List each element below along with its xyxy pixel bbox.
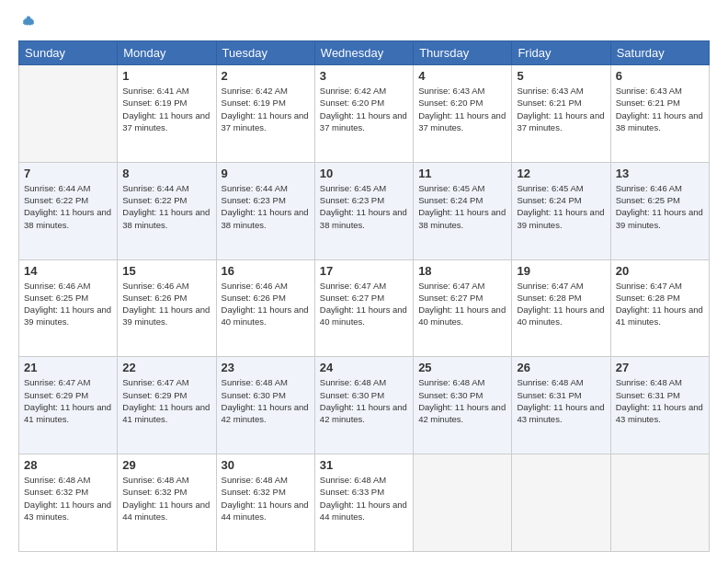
weekday-header: Tuesday [216,41,314,65]
calendar-cell: 12Sunrise: 6:45 AMSunset: 6:24 PMDayligh… [512,162,610,259]
calendar-cell: 27Sunrise: 6:48 AMSunset: 6:31 PMDayligh… [610,357,709,454]
day-number: 14 [24,264,112,278]
calendar-cell: 21Sunrise: 6:47 AMSunset: 6:29 PMDayligh… [19,357,118,454]
day-info: Sunrise: 6:46 AMSunset: 6:26 PMDaylight:… [122,280,210,328]
calendar-week-row: 28Sunrise: 6:48 AMSunset: 6:32 PMDayligh… [19,454,710,552]
day-info: Sunrise: 6:44 AMSunset: 6:23 PMDaylight:… [222,182,310,231]
day-number: 3 [320,69,408,83]
calendar-cell: 13Sunrise: 6:46 AMSunset: 6:25 PMDayligh… [610,162,709,259]
calendar-cell: 31Sunrise: 6:48 AMSunset: 6:33 PMDayligh… [314,454,413,552]
day-number: 25 [418,361,506,374]
day-info: Sunrise: 6:47 AMSunset: 6:29 PMDaylight:… [122,376,210,425]
day-info: Sunrise: 6:46 AMSunset: 6:25 PMDaylight:… [24,280,112,328]
day-info: Sunrise: 6:45 AMSunset: 6:24 PMDaylight:… [418,182,506,231]
day-number: 29 [122,458,210,472]
day-number: 7 [24,167,112,180]
day-info: Sunrise: 6:45 AMSunset: 6:24 PMDaylight:… [517,182,605,231]
day-number: 21 [24,361,112,374]
day-info: Sunrise: 6:48 AMSunset: 6:30 PMDaylight:… [222,376,310,425]
calendar-cell: 30Sunrise: 6:48 AMSunset: 6:32 PMDayligh… [216,454,314,552]
day-info: Sunrise: 6:43 AMSunset: 6:21 PMDaylight:… [616,85,704,133]
day-number: 9 [222,167,310,180]
calendar-cell [610,454,709,552]
day-info: Sunrise: 6:41 AMSunset: 6:19 PMDaylight:… [122,85,210,133]
calendar-cell: 9Sunrise: 6:44 AMSunset: 6:23 PMDaylight… [216,162,314,259]
day-info: Sunrise: 6:42 AMSunset: 6:19 PMDaylight:… [222,85,310,133]
day-info: Sunrise: 6:44 AMSunset: 6:22 PMDaylight:… [24,182,112,231]
day-info: Sunrise: 6:43 AMSunset: 6:21 PMDaylight:… [517,85,605,133]
day-info: Sunrise: 6:48 AMSunset: 6:32 PMDaylight:… [122,474,210,523]
day-number: 17 [320,264,408,278]
calendar-cell: 18Sunrise: 6:47 AMSunset: 6:27 PMDayligh… [414,259,512,357]
page: SundayMondayTuesdayWednesdayThursdayFrid… [0,0,728,563]
day-info: Sunrise: 6:42 AMSunset: 6:20 PMDaylight:… [320,85,408,133]
day-number: 5 [517,69,605,83]
day-number: 11 [418,167,506,180]
logo-bird-icon [20,15,37,31]
day-info: Sunrise: 6:48 AMSunset: 6:32 PMDaylight:… [222,474,310,523]
calendar-cell: 2Sunrise: 6:42 AMSunset: 6:19 PMDaylight… [216,65,314,163]
calendar-cell: 6Sunrise: 6:43 AMSunset: 6:21 PMDaylight… [610,65,709,163]
calendar-cell [414,454,512,552]
calendar-cell: 15Sunrise: 6:46 AMSunset: 6:26 PMDayligh… [118,259,216,357]
day-info: Sunrise: 6:48 AMSunset: 6:30 PMDaylight:… [418,376,506,425]
day-number: 13 [616,167,704,180]
day-number: 12 [517,167,605,180]
calendar-body: 1Sunrise: 6:41 AMSunset: 6:19 PMDaylight… [19,65,710,552]
calendar-cell: 16Sunrise: 6:46 AMSunset: 6:26 PMDayligh… [216,259,314,357]
day-number: 22 [122,361,210,374]
day-number: 19 [517,264,605,278]
calendar-cell: 1Sunrise: 6:41 AMSunset: 6:19 PMDaylight… [118,65,216,163]
day-number: 18 [418,264,506,278]
day-info: Sunrise: 6:48 AMSunset: 6:31 PMDaylight:… [616,376,704,425]
day-info: Sunrise: 6:48 AMSunset: 6:30 PMDaylight:… [320,376,408,425]
weekday-header: Friday [512,41,610,65]
day-number: 24 [320,361,408,374]
calendar-week-row: 14Sunrise: 6:46 AMSunset: 6:25 PMDayligh… [19,259,710,357]
day-info: Sunrise: 6:46 AMSunset: 6:26 PMDaylight:… [222,280,310,328]
day-number: 27 [616,361,704,374]
day-number: 8 [122,167,210,180]
day-number: 15 [122,264,210,278]
weekday-header: Monday [118,41,216,65]
day-info: Sunrise: 6:47 AMSunset: 6:27 PMDaylight:… [418,280,506,328]
calendar-cell [19,65,118,163]
day-info: Sunrise: 6:47 AMSunset: 6:28 PMDaylight:… [616,280,704,328]
calendar-cell: 17Sunrise: 6:47 AMSunset: 6:27 PMDayligh… [314,259,413,357]
calendar-cell: 8Sunrise: 6:44 AMSunset: 6:22 PMDaylight… [118,162,216,259]
weekday-header: Wednesday [314,41,413,65]
calendar-cell: 20Sunrise: 6:47 AMSunset: 6:28 PMDayligh… [610,259,709,357]
day-info: Sunrise: 6:46 AMSunset: 6:25 PMDaylight:… [616,182,704,231]
weekday-header: Saturday [610,41,709,65]
calendar-cell: 19Sunrise: 6:47 AMSunset: 6:28 PMDayligh… [512,259,610,357]
calendar-cell: 3Sunrise: 6:42 AMSunset: 6:20 PMDaylight… [314,65,413,163]
day-info: Sunrise: 6:43 AMSunset: 6:20 PMDaylight:… [418,85,506,133]
logo [18,15,37,31]
calendar-cell: 10Sunrise: 6:45 AMSunset: 6:23 PMDayligh… [314,162,413,259]
calendar-table: SundayMondayTuesdayWednesdayThursdayFrid… [18,40,710,552]
day-number: 1 [122,69,210,83]
calendar-cell: 24Sunrise: 6:48 AMSunset: 6:30 PMDayligh… [314,357,413,454]
calendar-cell: 4Sunrise: 6:43 AMSunset: 6:20 PMDaylight… [414,65,512,163]
calendar-cell: 23Sunrise: 6:48 AMSunset: 6:30 PMDayligh… [216,357,314,454]
calendar-cell: 5Sunrise: 6:43 AMSunset: 6:21 PMDaylight… [512,65,610,163]
calendar-cell: 11Sunrise: 6:45 AMSunset: 6:24 PMDayligh… [414,162,512,259]
day-info: Sunrise: 6:45 AMSunset: 6:23 PMDaylight:… [320,182,408,231]
day-number: 20 [616,264,704,278]
calendar-week-row: 1Sunrise: 6:41 AMSunset: 6:19 PMDaylight… [19,65,710,163]
calendar-week-row: 7Sunrise: 6:44 AMSunset: 6:22 PMDaylight… [19,162,710,259]
day-number: 10 [320,167,408,180]
weekday-header: Thursday [414,41,512,65]
day-number: 23 [222,361,310,374]
day-info: Sunrise: 6:48 AMSunset: 6:31 PMDaylight:… [517,376,605,425]
header [18,15,710,31]
calendar-cell: 14Sunrise: 6:46 AMSunset: 6:25 PMDayligh… [19,259,118,357]
day-number: 2 [222,69,310,83]
calendar-cell [512,454,610,552]
day-number: 6 [616,69,704,83]
day-info: Sunrise: 6:48 AMSunset: 6:33 PMDaylight:… [320,474,408,523]
calendar-cell: 29Sunrise: 6:48 AMSunset: 6:32 PMDayligh… [118,454,216,552]
day-info: Sunrise: 6:48 AMSunset: 6:32 PMDaylight:… [24,474,112,523]
day-info: Sunrise: 6:47 AMSunset: 6:29 PMDaylight:… [24,376,112,425]
day-number: 16 [222,264,310,278]
